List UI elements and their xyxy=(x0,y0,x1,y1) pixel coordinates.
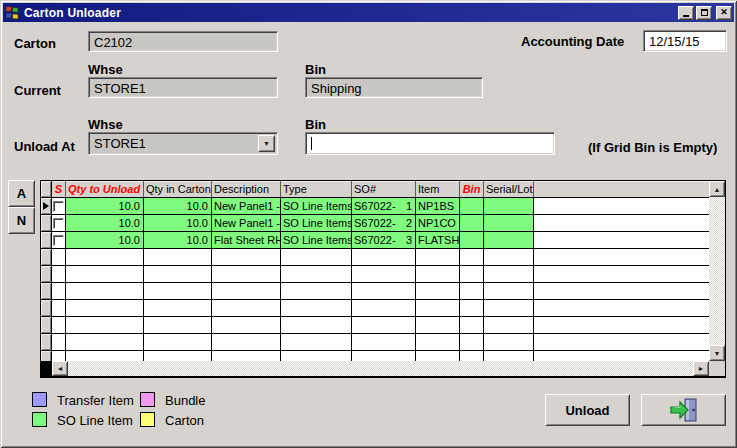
grid-empty-row[interactable] xyxy=(41,300,709,317)
cell-serial-lot[interactable] xyxy=(484,232,534,248)
grid-cell[interactable] xyxy=(460,300,484,316)
scroll-up-button[interactable]: ▲ xyxy=(709,181,725,197)
scroll-left-button[interactable]: ◄ xyxy=(52,361,68,376)
grid-cell[interactable] xyxy=(66,249,144,265)
grid-cell[interactable] xyxy=(52,351,66,361)
grid-cell[interactable] xyxy=(52,266,66,282)
titlebar[interactable]: Carton Unloader ✕ xyxy=(3,3,734,22)
grid-cell[interactable] xyxy=(484,334,534,350)
grid-empty-row[interactable] xyxy=(41,351,709,361)
grid-cell[interactable] xyxy=(416,266,460,282)
grid-cell[interactable] xyxy=(460,266,484,282)
grid-cell[interactable] xyxy=(144,351,212,361)
grid-cell[interactable] xyxy=(416,249,460,265)
grid-cell[interactable] xyxy=(66,300,144,316)
grid-cell[interactable] xyxy=(212,317,281,333)
grid-cell[interactable] xyxy=(352,283,416,299)
grid-cell[interactable] xyxy=(484,351,534,361)
grid-cell[interactable] xyxy=(212,351,281,361)
vertical-scroll-track[interactable] xyxy=(709,197,725,345)
grid-row-2[interactable]: 10.0 10.0 New Panel1 - SO Line Items S67… xyxy=(41,215,709,232)
grid-cell[interactable] xyxy=(352,266,416,282)
grid-horizontal-scrollbar[interactable]: ◄ ► xyxy=(41,361,709,376)
grid-cell[interactable] xyxy=(212,283,281,299)
select-all-button[interactable]: A xyxy=(8,180,35,207)
grid-cell[interactable] xyxy=(52,300,66,316)
grid-cell[interactable] xyxy=(484,300,534,316)
grid-cell[interactable] xyxy=(52,334,66,350)
select-checkbox-cell[interactable] xyxy=(52,198,66,214)
cell-qty-to-unload[interactable]: 10.0 xyxy=(66,215,144,231)
grid-vertical-scrollbar[interactable]: ▲ ▼ xyxy=(709,181,725,361)
grid-empty-row[interactable] xyxy=(41,317,709,334)
grid-cell[interactable] xyxy=(281,300,352,316)
close-button[interactable]: ✕ xyxy=(716,6,732,20)
row-selector-cell[interactable] xyxy=(41,198,52,214)
grid-cell[interactable] xyxy=(416,334,460,350)
cell-qty-to-unload[interactable]: 10.0 xyxy=(66,232,144,248)
grid-cell[interactable] xyxy=(416,300,460,316)
grid-cell[interactable] xyxy=(66,266,144,282)
grid-cell[interactable] xyxy=(281,317,352,333)
combo-dropdown-button[interactable]: ▼ xyxy=(258,135,275,152)
horizontal-scroll-track[interactable] xyxy=(68,361,693,376)
grid-empty-row[interactable] xyxy=(41,266,709,283)
grid-cell[interactable] xyxy=(460,351,484,361)
cell-qty-to-unload[interactable]: 10.0 xyxy=(66,198,144,214)
grid-cell[interactable] xyxy=(281,334,352,350)
unload-whse-combo[interactable]: STORE1 ▼ xyxy=(88,132,278,155)
cell-serial-lot[interactable] xyxy=(484,198,534,214)
grid-cell[interactable] xyxy=(52,317,66,333)
grid-cell[interactable] xyxy=(52,249,66,265)
grid-cell[interactable] xyxy=(144,300,212,316)
grid-cell[interactable] xyxy=(52,283,66,299)
grid-cell[interactable] xyxy=(212,334,281,350)
grid-row-3[interactable]: 10.0 10.0 Flat Sheet RH SO Line Items S6… xyxy=(41,232,709,249)
grid-cell[interactable] xyxy=(460,334,484,350)
grid-cell[interactable] xyxy=(144,334,212,350)
grid-cell[interactable] xyxy=(281,249,352,265)
grid-row-1[interactable]: 10.0 10.0 New Panel1 - SO Line Items S67… xyxy=(41,198,709,215)
grid-cell[interactable] xyxy=(460,283,484,299)
grid-cell[interactable] xyxy=(66,283,144,299)
grid-cell[interactable] xyxy=(212,266,281,282)
grid-cell[interactable] xyxy=(212,300,281,316)
grid-cell[interactable] xyxy=(484,283,534,299)
grid-cell[interactable] xyxy=(352,317,416,333)
scroll-down-button[interactable]: ▼ xyxy=(709,345,725,361)
grid-cell[interactable] xyxy=(144,266,212,282)
grid-cell[interactable] xyxy=(352,300,416,316)
maximize-button[interactable] xyxy=(696,6,712,20)
select-checkbox-cell[interactable] xyxy=(52,215,66,231)
grid-empty-row[interactable] xyxy=(41,334,709,351)
scroll-right-button[interactable]: ► xyxy=(693,361,709,376)
grid-cell[interactable] xyxy=(66,334,144,350)
minimize-button[interactable] xyxy=(678,6,694,20)
grid-cell[interactable] xyxy=(144,249,212,265)
row-checkbox[interactable] xyxy=(53,235,64,246)
grid-cell[interactable] xyxy=(484,266,534,282)
unload-button[interactable]: Unload xyxy=(545,394,630,426)
grid-cell[interactable] xyxy=(66,351,144,361)
grid-cell[interactable] xyxy=(281,351,352,361)
cell-bin[interactable] xyxy=(460,215,484,231)
grid-cell[interactable] xyxy=(416,317,460,333)
cell-bin[interactable] xyxy=(460,232,484,248)
grid-cell[interactable] xyxy=(460,317,484,333)
grid-cell[interactable] xyxy=(416,351,460,361)
grid-cell[interactable] xyxy=(144,317,212,333)
unload-bin-input[interactable] xyxy=(305,132,555,155)
grid-cell[interactable] xyxy=(484,317,534,333)
grid-cell[interactable] xyxy=(352,334,416,350)
grid-cell[interactable] xyxy=(281,283,352,299)
row-selector-cell[interactable] xyxy=(41,232,52,248)
row-checkbox[interactable] xyxy=(53,201,64,212)
grid-cell[interactable] xyxy=(460,249,484,265)
grid-empty-row[interactable] xyxy=(41,249,709,266)
accounting-date-field[interactable]: 12/15/15 xyxy=(643,30,727,52)
exit-button[interactable] xyxy=(641,394,726,426)
grid-cell[interactable] xyxy=(144,283,212,299)
select-checkbox-cell[interactable] xyxy=(52,232,66,248)
grid-cell[interactable] xyxy=(352,351,416,361)
cell-bin[interactable] xyxy=(460,198,484,214)
